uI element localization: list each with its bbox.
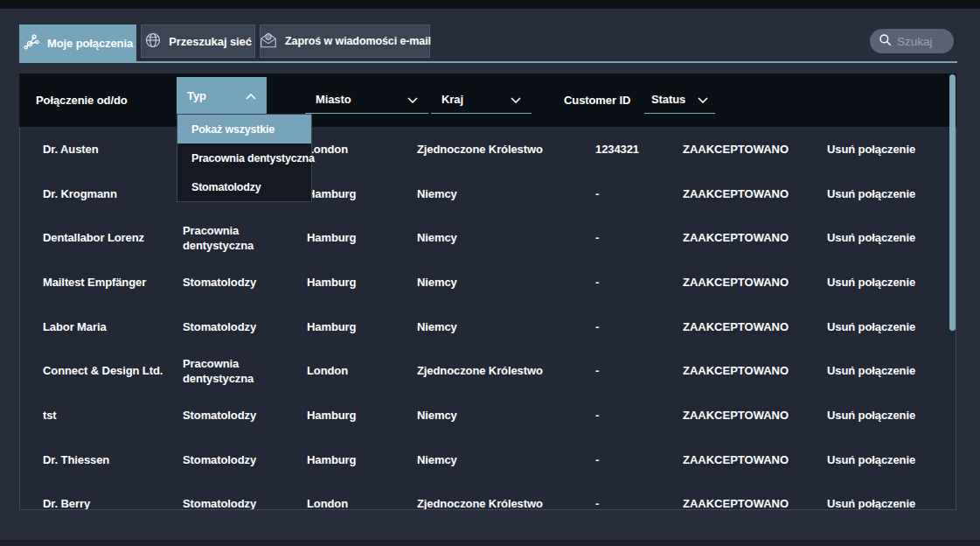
table-body: Dr. AustenLondonZjednoczone Królestwo123…: [19, 127, 956, 510]
tab-my-connections[interactable]: Moje połączenia: [19, 24, 136, 61]
table-row: Dr. ThiessenStomatolodzyHamburgNiemcy-ZA…: [20, 438, 956, 482]
cell-connection: Dr. Austen: [43, 142, 183, 157]
table-row: Labor MariaStomatolodzyHamburgNiemcy-ZAA…: [20, 304, 956, 349]
cell-status: ZAAKCEPTOWANO: [683, 186, 827, 201]
tabs-active-underline: [19, 61, 957, 63]
svg-text:@: @: [266, 34, 271, 39]
search-box[interactable]: [870, 29, 954, 53]
cell-type: Pracownia dentystyczna: [183, 356, 307, 386]
cell-country: Niemcy: [417, 408, 595, 423]
cell-customer-id: -: [595, 230, 683, 245]
cell-city: Hamburg: [307, 319, 417, 334]
tab-invite-by-email[interactable]: @ Zaproś w wiadomości e-mail: [260, 24, 430, 58]
window-top-edge: [0, 0, 980, 9]
cell-type: Stomatolodzy: [183, 408, 307, 423]
cell-status: ZAAKCEPTOWANO: [683, 142, 827, 157]
type-filter-dropdown: Pokaż wszystkie Pracownia dentystyczna S…: [177, 114, 312, 202]
remove-connection-button[interactable]: Usuń połączenie: [827, 497, 915, 510]
tab-label: Przeszukaj sieć: [169, 35, 252, 48]
chevron-down-icon: [698, 93, 708, 106]
cell-connection: Dentallabor Lorenz: [43, 230, 183, 245]
dropdown-option-dental-lab[interactable]: Pracownia dentystyczna: [177, 144, 311, 172]
cell-connection: Dr. Krogmann: [43, 186, 183, 201]
remove-connection-button[interactable]: Usuń połączenie: [827, 143, 915, 156]
table-row: Connect & Design Ltd.Pracownia dentystyc…: [20, 348, 956, 393]
cell-action: Usuń połączenie: [827, 496, 956, 510]
scrollbar-thumb[interactable]: [949, 74, 956, 331]
remove-connection-button[interactable]: Usuń połączenie: [827, 231, 915, 244]
cell-status: ZAAKCEPTOWANO: [683, 275, 827, 290]
cell-status: ZAAKCEPTOWANO: [683, 496, 827, 510]
cell-connection: Connect & Design Ltd.: [43, 363, 183, 378]
envelope-open-email-icon: @: [259, 31, 278, 52]
cell-city: Hamburg: [307, 186, 417, 201]
cell-city: Hamburg: [307, 452, 417, 467]
cell-type: Pracownia dentystyczna: [183, 223, 307, 253]
cell-country: Zjednoczone Królestwo: [417, 142, 595, 157]
remove-connection-button[interactable]: Usuń połączenie: [827, 364, 915, 377]
chevron-up-icon: [246, 89, 256, 102]
cell-status: ZAAKCEPTOWANO: [683, 363, 827, 378]
column-header-country-filter[interactable]: Kraj: [431, 86, 532, 114]
dropdown-option-show-all[interactable]: Pokaż wszystkie: [177, 115, 311, 144]
connections-table: Połączenie od/do Miasto Kraj Customer ID…: [19, 74, 956, 510]
cell-type: Stomatolodzy: [183, 319, 307, 334]
column-header-customer-id: Customer ID: [564, 74, 630, 127]
cell-customer-id: -: [595, 363, 683, 378]
cell-city: London: [307, 496, 417, 510]
column-header-connection: Połączenie od/do: [36, 74, 128, 127]
chevron-down-icon: [511, 93, 521, 106]
cell-action: Usuń połączenie: [827, 363, 956, 378]
cell-type: Stomatolodzy: [183, 275, 307, 290]
column-header-status-filter[interactable]: Status: [644, 86, 715, 114]
tab-label: Moje połączenia: [47, 37, 133, 50]
cell-city: London: [307, 363, 417, 378]
vertical-scrollbar[interactable]: [949, 74, 956, 509]
cell-action: Usuń połączenie: [827, 275, 956, 290]
remove-connection-button[interactable]: Usuń połączenie: [827, 453, 915, 466]
cell-action: Usuń połączenie: [827, 408, 956, 423]
cell-action: Usuń połączenie: [827, 142, 956, 157]
table-rows: Dr. AustenLondonZjednoczone Królestwo123…: [20, 127, 956, 510]
cell-action: Usuń połączenie: [827, 186, 956, 201]
table-row: Dentallabor LorenzPracownia dentystyczna…: [20, 215, 956, 260]
cell-type: Stomatolodzy: [183, 452, 307, 467]
cell-action: Usuń połączenie: [827, 230, 956, 245]
cell-country: Niemcy: [417, 319, 595, 334]
cell-connection: Dr. Thiessen: [43, 452, 183, 467]
cell-country: Niemcy: [417, 452, 595, 467]
table-row: tstStomatolodzyHamburgNiemcy-ZAAKCEPTOWA…: [20, 393, 956, 438]
window-bottom-edge: [0, 540, 980, 546]
search-icon: [879, 33, 892, 49]
search-input[interactable]: [897, 35, 946, 48]
cell-country: Zjednoczone Królestwo: [417, 496, 595, 510]
cell-country: Niemcy: [417, 275, 595, 290]
cell-city: Hamburg: [307, 408, 417, 423]
column-header-type-filter-open[interactable]: Typ: [177, 77, 267, 114]
cell-customer-id: -: [595, 496, 683, 510]
table-header: Połączenie od/do Miasto Kraj Customer ID…: [19, 74, 956, 127]
remove-connection-button[interactable]: Usuń połączenie: [827, 409, 915, 422]
cell-status: ZAAKCEPTOWANO: [683, 230, 827, 245]
cell-city: London: [307, 142, 417, 157]
cell-action: Usuń połączenie: [827, 319, 956, 334]
cell-status: ZAAKCEPTOWANO: [683, 408, 827, 423]
table-row: Dr. KrogmannHamburgNiemcy-ZAAKCEPTOWANOU…: [20, 172, 956, 216]
cell-city: Hamburg: [307, 230, 417, 245]
cell-connection: Dr. Berry: [43, 496, 183, 510]
cell-customer-id: -: [595, 319, 683, 334]
network-icon: [23, 33, 40, 53]
remove-connection-button[interactable]: Usuń połączenie: [827, 276, 915, 289]
cell-connection: Mailtest Empfänger: [43, 275, 183, 290]
remove-connection-button[interactable]: Usuń połączenie: [827, 320, 915, 333]
cell-city: Hamburg: [307, 275, 417, 290]
tab-search-network[interactable]: Przeszukaj sieć: [141, 24, 255, 58]
dropdown-option-dentists[interactable]: Stomatolodzy: [177, 172, 311, 201]
cell-country: Niemcy: [417, 230, 595, 245]
cell-status: ZAAKCEPTOWANO: [683, 452, 827, 467]
globe-icon: [144, 32, 162, 52]
cell-customer-id: 1234321: [595, 142, 683, 157]
cell-connection: Labor Maria: [43, 319, 183, 334]
remove-connection-button[interactable]: Usuń połączenie: [827, 187, 915, 200]
column-header-city-filter[interactable]: Miasto: [305, 86, 428, 114]
